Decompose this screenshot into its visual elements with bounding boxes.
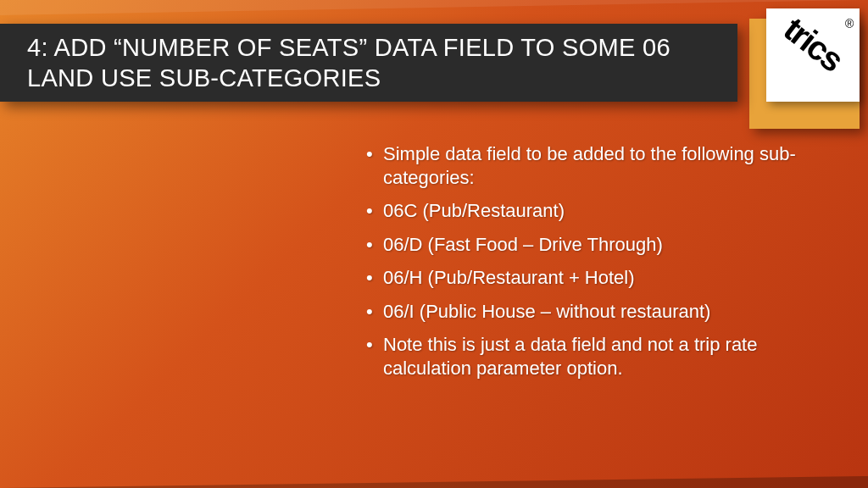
svg-text:trics: trics — [777, 13, 850, 79]
registered-mark: ® — [845, 17, 854, 30]
list-item: Note this is just a data field and not a… — [364, 333, 805, 380]
bevel-top — [0, 0, 868, 15]
list-item: 06/I (Public House – without restaurant) — [364, 300, 805, 324]
list-item: Simple data field to be added to the fol… — [364, 142, 805, 189]
logo-box: ® trics — [766, 8, 860, 102]
list-item: 06/D (Fast Food – Drive Through) — [364, 233, 805, 257]
list-item: 06/H (Pub/Restaurant + Hotel) — [364, 266, 805, 290]
bevel-bottom — [0, 476, 868, 488]
bullet-list: Simple data field to be added to the fol… — [364, 142, 805, 390]
trics-logo-icon: ® trics — [771, 13, 855, 97]
title-bar: 4: ADD “NUMBER OF SEATS” DATA FIELD TO S… — [0, 24, 737, 102]
slide-title: 4: ADD “NUMBER OF SEATS” DATA FIELD TO S… — [27, 32, 721, 94]
list-item: 06C (Pub/Restaurant) — [364, 199, 805, 223]
